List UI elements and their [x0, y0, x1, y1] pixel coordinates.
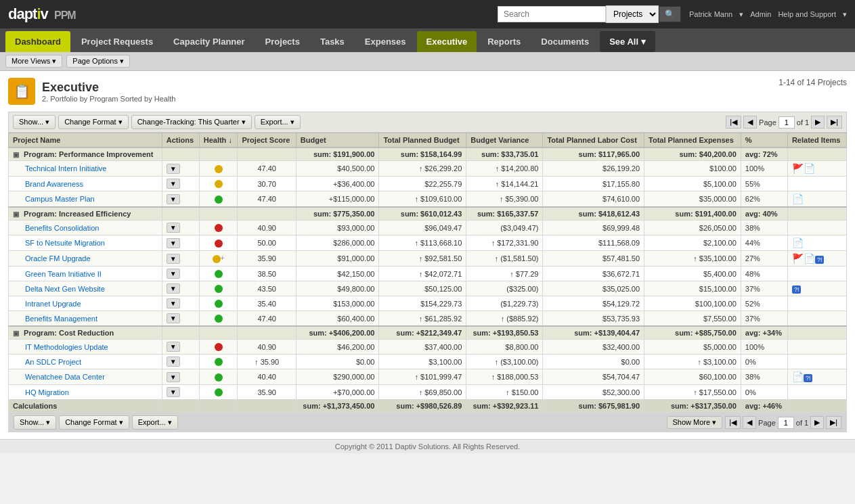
expand-icon[interactable]: ▣ — [13, 329, 19, 337]
project-name-link[interactable]: SF to Netsuite Migration — [25, 239, 105, 247]
project-total-planned-cell: $50,125.00 — [379, 281, 466, 296]
col-header-expenses: Total Planned Expenses — [644, 133, 741, 148]
project-variance-cell: ($1,229.73) — [466, 296, 543, 311]
footer-right: Show More ▾ |◀ ◀ Page of 1 ▶ ▶| — [667, 416, 841, 429]
footer-page-last[interactable]: ▶| — [826, 416, 841, 429]
user-name-link[interactable]: Patrick Mann — [689, 10, 732, 18]
project-variance-cell: ↑ $188,000.53 — [466, 369, 543, 385]
page-first-button[interactable]: |◀ — [726, 116, 741, 129]
project-expenses-cell: $100,100.00 — [644, 296, 741, 311]
project-actions-cell: ▼ — [162, 191, 199, 208]
project-health-cell — [199, 311, 238, 327]
program-variance: sum: $165,337.57 — [466, 207, 543, 221]
search-button[interactable]: 🔍 — [659, 6, 681, 22]
change-tracking-button[interactable]: Change-Tracking: This Quarter ▾ — [131, 115, 252, 129]
page-prev-button[interactable]: ◀ — [743, 116, 757, 129]
project-action-button[interactable]: ▼ — [167, 223, 180, 233]
nav-tab-projects[interactable]: Projects — [256, 31, 309, 52]
project-health-cell — [199, 281, 238, 296]
search-input[interactable] — [498, 6, 606, 22]
page-last-button[interactable]: ▶| — [827, 116, 842, 129]
project-name-link[interactable]: Benefits Management — [25, 315, 97, 323]
search-scope-select[interactable]: Projects — [606, 5, 659, 23]
project-pct-cell: 62% — [741, 191, 787, 208]
project-actions-cell: ▼ — [162, 235, 199, 251]
project-action-button[interactable]: ▼ — [167, 298, 180, 308]
help-link[interactable]: Help and Support — [778, 10, 836, 18]
project-name-link[interactable]: Benefits Consolidation — [25, 224, 99, 232]
nav-tab-documents[interactable]: Documents — [531, 31, 598, 52]
project-name-link[interactable]: Green Team Initiative II — [25, 270, 102, 278]
project-name-link[interactable]: Intranet Upgrade — [25, 300, 81, 308]
project-name-link[interactable]: Delta Next Gen Website — [25, 285, 105, 293]
program-related — [787, 207, 846, 221]
footer-export-button[interactable]: Export... ▾ — [132, 415, 178, 430]
project-action-button[interactable]: ▼ — [167, 194, 180, 204]
more-views-button[interactable]: More Views ▾ — [5, 55, 62, 68]
nav-tab-dashboard[interactable]: Dashboard — [5, 31, 70, 52]
project-budget-cell: +$36,400.00 — [296, 177, 379, 191]
footer-page-next[interactable]: ▶ — [810, 416, 824, 429]
expand-icon[interactable]: ▣ — [13, 151, 19, 158]
project-expenses-cell: $2,100.00 — [644, 235, 741, 251]
project-name-link[interactable]: IT Methodologies Update — [25, 343, 108, 351]
program-related — [787, 147, 846, 161]
project-name-link[interactable]: Technical Intern Initiative — [25, 164, 106, 173]
project-related-cell: 📄 — [787, 235, 846, 251]
footer-show-button[interactable]: Show... ▾ — [14, 415, 56, 430]
project-action-button[interactable]: ▼ — [167, 254, 180, 264]
page-options-button[interactable]: Page Options ▾ — [66, 55, 130, 68]
project-name-cell: Oracle FM Upgrade — [9, 251, 162, 267]
project-action-button[interactable]: ▼ — [167, 313, 180, 323]
project-variance-cell: ↑ $172,331.90 — [466, 235, 543, 251]
project-action-button[interactable]: ▼ — [167, 387, 180, 397]
nav-tab-project-requests[interactable]: Project Requests — [72, 31, 162, 52]
project-name-link[interactable]: Wenatchee Data Center — [25, 373, 105, 381]
project-variance-cell: $8,800.00 — [466, 340, 543, 354]
footer-change-format-button[interactable]: Change Format ▾ — [59, 415, 129, 430]
alert-icon: ?! — [815, 256, 825, 264]
project-action-button[interactable]: ▼ — [167, 164, 180, 174]
show-more-button[interactable]: Show More ▾ — [667, 416, 723, 429]
expand-icon[interactable]: ▣ — [13, 210, 19, 218]
project-labor-cost-cell: $32,400.00 — [543, 340, 644, 354]
note-icon: 📄 — [804, 253, 815, 264]
project-action-button[interactable]: ▼ — [167, 283, 180, 294]
project-action-button[interactable]: ▼ — [167, 372, 180, 382]
table-row: Oracle FM Upgrade ▼ + 35.90 $91,000.00 ↑… — [9, 251, 847, 267]
nav-tab-tasks[interactable]: Tasks — [311, 31, 354, 52]
project-action-button[interactable]: ▼ — [167, 357, 180, 367]
nav-tab-reports[interactable]: Reports — [478, 31, 530, 52]
project-pct-cell: 44% — [741, 235, 787, 251]
table-row: An SDLC Project ▼ ↑ 35.90 $0.00 $3,100.0… — [9, 354, 847, 369]
nav-tab-executive[interactable]: Executive — [417, 31, 477, 52]
export-button[interactable]: Export... ▾ — [255, 115, 301, 129]
project-action-button[interactable]: ▼ — [167, 269, 180, 279]
admin-link[interactable]: Admin — [750, 10, 771, 18]
project-name-link[interactable]: HQ Migration — [25, 388, 69, 396]
table-row: Benefits Management ▼ 47.40 $60,400.00 ↑… — [9, 311, 847, 327]
project-name-link[interactable]: An SDLC Project — [25, 358, 81, 366]
project-name-link[interactable]: Oracle FM Upgrade — [25, 254, 91, 262]
project-action-button[interactable]: ▼ — [167, 342, 180, 352]
page-input[interactable] — [779, 116, 795, 129]
project-variance-cell: ↑ ($885.92) — [466, 311, 543, 327]
project-name-link[interactable]: Brand Awareness — [25, 180, 83, 188]
footer-page-input[interactable] — [778, 417, 794, 429]
page-next-button[interactable]: ▶ — [811, 116, 825, 129]
show-button[interactable]: Show... ▾ — [13, 115, 56, 129]
program-score — [238, 207, 296, 221]
program-actions — [162, 207, 199, 221]
project-name-cell: Benefits Management — [9, 311, 162, 327]
project-action-button[interactable]: ▼ — [167, 179, 180, 189]
nav-tab-capacity-planner[interactable]: Capacity Planner — [164, 31, 255, 52]
footer-page-first[interactable]: |◀ — [725, 416, 741, 429]
change-format-button[interactable]: Change Format ▾ — [58, 115, 128, 129]
nav-tab-see-all[interactable]: See All ▾ — [600, 31, 655, 52]
calc-variance: sum: +$392,923.11 — [466, 400, 543, 413]
project-score-cell: 47.40 — [238, 311, 296, 327]
nav-tab-expenses[interactable]: Expenses — [355, 31, 416, 52]
project-action-button[interactable]: ▼ — [167, 238, 180, 248]
footer-page-prev[interactable]: ◀ — [743, 416, 756, 429]
project-name-link[interactable]: Campus Master Plan — [25, 195, 95, 203]
